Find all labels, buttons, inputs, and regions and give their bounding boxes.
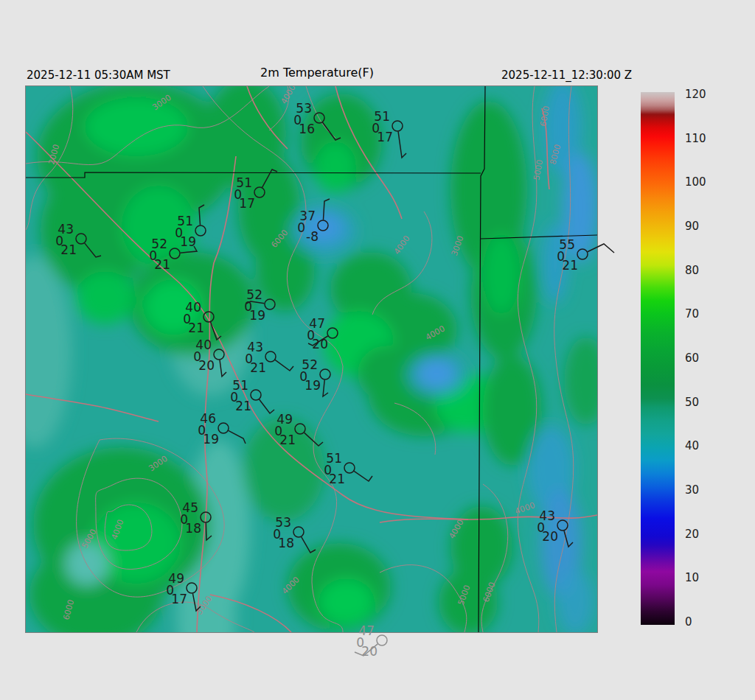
temperature-field: 4000200030006000800060005000400030004000… — [26, 86, 597, 632]
colorbar-tick-label: 60 — [685, 351, 699, 365]
colorbar-tick-label: 80 — [685, 264, 699, 277]
colorbar-tick-label: 20 — [685, 528, 699, 541]
colorbar-tick-label: 70 — [685, 307, 699, 321]
wind-barb — [355, 644, 378, 656]
colorbar-tick-label: 0 — [685, 615, 692, 629]
colorbar-tick-label: 120 — [685, 88, 706, 101]
colorbar-tick-label: 100 — [685, 175, 706, 189]
colorbar-gradient — [641, 92, 675, 625]
colorbar-tick-label: 50 — [685, 396, 699, 409]
station-circle — [377, 635, 387, 645]
station-left-value: 0 — [356, 635, 364, 650]
colorbar-tick-label: 40 — [685, 439, 699, 452]
weather-map-figure: 2025-12-11 05:30AM MST 2m Temperature(F)… — [0, 0, 755, 700]
valid-timestamp: 2025-12-11_12:30:00 Z — [501, 69, 632, 82]
station-dewpoint: 20 — [361, 644, 378, 659]
colorbar-tick-label: 90 — [685, 220, 699, 233]
colorbar-tick-label: 30 — [685, 483, 699, 497]
colorbar-tick-label: 10 — [685, 571, 699, 584]
colorbar-tick-label: 110 — [685, 132, 706, 145]
temperature-map: 4000200030006000800060005000400030004000… — [26, 86, 597, 632]
